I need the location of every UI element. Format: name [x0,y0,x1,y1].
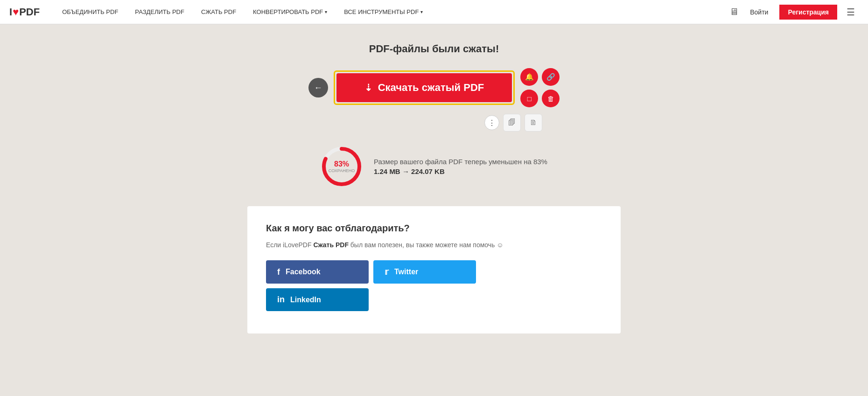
page-title: PDF-файлы были сжаты! [369,43,499,55]
social-row-2: in LinkedIn [266,288,602,311]
login-button[interactable]: Войти [744,6,774,19]
back-button[interactable]: ← [308,78,328,97]
linkedin-button[interactable]: in LinkedIn [266,288,369,311]
nav-merge[interactable]: ОБЪЕДИНИТЬ PDF [54,0,126,24]
social-card: Как я могу вас отблагодарить? Если iLove… [247,206,621,333]
action-icons: 🔔 🔗 □ 🗑 [520,68,560,107]
facebook-icon: f [277,267,280,277]
logo-pdf: PDF [19,6,40,18]
nav-all-tools[interactable]: ВСЕ ИНСТРУМЕНТЫ PDF ▾ [336,0,431,24]
logo[interactable]: I ♥ PDF [9,6,40,18]
main-content: PDF-файлы были сжаты! ← ⇣ Скачать сжатый… [0,24,868,352]
nav-convert-arrow: ▾ [325,9,327,14]
register-button[interactable]: Регистрация [779,5,837,20]
copy-btn-2[interactable]: 🗎 [525,114,542,132]
nav-all-tools-arrow: ▾ [420,9,423,14]
card-smiley: ☺ [497,241,503,249]
action-row-top: 🔔 🔗 [520,68,560,86]
main-nav: ОБЪЕДИНИТЬ PDF РАЗДЕЛИТЬ PDF СЖАТЬ PDF К… [54,0,729,24]
compression-circle: 83% СОХРАНЕНО [321,146,363,188]
stats-description: Размер вашего файла PDF теперь уменьшен … [374,158,547,166]
card-description: Если iLovePDF Сжать PDF был вам полезен,… [266,240,602,250]
facebook-button[interactable]: f Facebook [266,260,369,284]
more-options-button[interactable]: ⋮ [484,115,499,130]
logo-heart-icon: ♥ [13,6,19,18]
copy-btn-1[interactable]: 🗐 [503,114,521,132]
monitor-icon[interactable]: 🖥 [729,7,739,17]
hamburger-menu[interactable]: ☰ [843,7,859,18]
stats-text-block: Размер вашего файла PDF теперь уменьшен … [374,158,547,175]
twitter-label: Twitter [394,268,418,276]
facebook-label: Facebook [286,268,321,276]
logo-i: I [9,6,12,18]
download-section: ← ⇣ Скачать сжатый PDF 🔔 🔗 □ 🗑 [308,68,560,107]
twitter-icon: 𝕣 [385,267,389,277]
nav-convert[interactable]: КОНВЕРТИРОВАТЬ PDF ▾ [245,0,336,24]
social-buttons: f Facebook 𝕣 Twitter in LinkedIn [266,260,602,311]
twitter-button[interactable]: 𝕣 Twitter [373,260,476,284]
dropbox-button[interactable]: □ [520,90,538,107]
stats-section: 83% СОХРАНЕНО Размер вашего файла PDF те… [321,146,547,188]
link-button[interactable]: 🔗 [542,68,560,86]
stats-sizes: 1.24 MB → 224.07 KB [374,167,547,175]
circle-percent: 83% [329,160,355,168]
linkedin-icon: in [277,295,285,305]
nav-compress[interactable]: СЖАТЬ PDF [193,0,245,24]
download-btn-wrapper: ⇣ Скачать сжатый PDF [334,70,515,105]
nav-split[interactable]: РАЗДЕЛИТЬ PDF [126,0,193,24]
download-button[interactable]: ⇣ Скачать сжатый PDF [336,73,512,102]
header-right: 🖥 Войти Регистрация ☰ [729,5,859,20]
download-icon: ⇣ [364,82,372,93]
header: I ♥ PDF ОБЪЕДИНИТЬ PDF РАЗДЕЛИТЬ PDF СЖА… [0,0,868,24]
card-title: Как я могу вас отблагодарить? [266,223,602,234]
delete-button[interactable]: 🗑 [542,90,560,107]
notification-button[interactable]: 🔔 [520,68,538,86]
circle-label: 83% СОХРАНЕНО [329,160,355,173]
linkedin-label: LinkedIn [290,296,321,304]
social-row-1: f Facebook 𝕣 Twitter [266,260,602,284]
circle-saved-label: СОХРАНЕНО [329,168,355,173]
action-row-bottom: □ 🗑 [520,90,560,107]
